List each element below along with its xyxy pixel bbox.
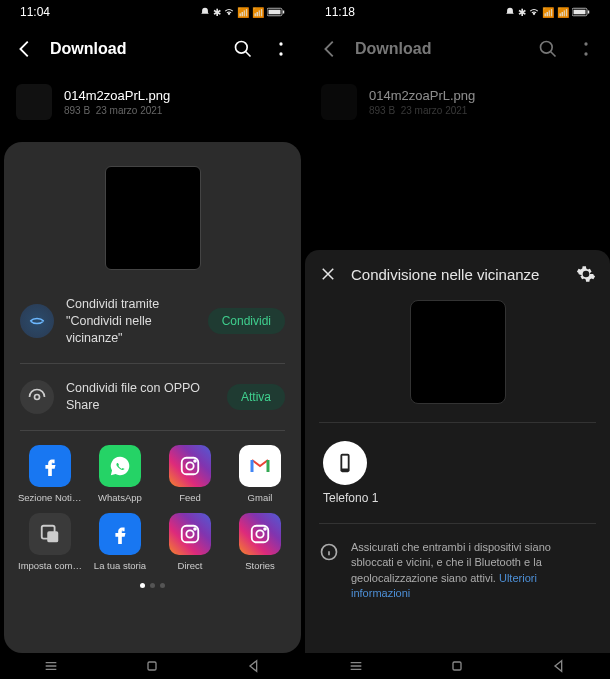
share-app-instagram[interactable]: Feed [158,445,222,503]
svg-point-13 [186,530,193,537]
svg-rect-1 [283,11,285,14]
svg-point-3 [236,42,248,54]
battery-icon [572,7,590,17]
nearby-sheet: Condivisione nelle vicinanze Telefono 1 … [305,250,610,653]
svg-point-4 [279,42,282,45]
svg-point-14 [194,528,196,530]
oppo-share-label: Condividi file con OPPO Share [66,380,215,414]
svg-point-16 [256,530,263,537]
share-app-instagram-direct[interactable]: Direct [158,513,222,571]
oppo-share-button[interactable]: Attiva [227,384,285,410]
nav-home-icon[interactable] [144,658,160,674]
search-icon[interactable] [233,39,253,59]
nav-home-icon[interactable] [449,658,465,674]
device-name: Telefono 1 [323,491,378,505]
page-title: Download [50,40,215,58]
share-app-whatsapp[interactable]: WhatsApp [88,445,152,503]
status-icons: ✱ 📶📶 [505,7,590,18]
close-icon[interactable] [319,265,337,283]
svg-point-24 [584,52,587,55]
svg-point-6 [35,394,40,399]
svg-point-22 [541,42,553,54]
search-icon[interactable] [538,39,558,59]
more-icon[interactable] [576,39,596,59]
clock: 11:18 [325,5,355,19]
nearby-share-button[interactable]: Condividi [208,308,285,334]
status-icons: ✱ 📶📶 [200,7,285,18]
status-bar: 11:04 ✱ 📶📶 [0,0,305,24]
info-text: Assicurati che entrambi i dispositivi si… [351,540,596,602]
svg-rect-21 [574,10,586,15]
share-app-facebook[interactable]: Sezione Notizie [18,445,82,503]
file-row[interactable]: 014m2zoaPrL.png 893 B 23 marzo 2021 [0,74,305,130]
nav-bar [305,653,610,679]
wifi-icon [529,7,539,17]
share-app-gmail[interactable]: Gmail [228,445,292,503]
share-app-set-image[interactable]: Imposta come immagine del ... [18,513,82,571]
status-bar: 11:18 ✱ 📶📶 [305,0,610,24]
svg-rect-28 [453,662,461,670]
svg-point-5 [279,52,282,55]
phone-left: 11:04 ✱ 📶📶 Download 014m2zoaPrL.png 893 … [0,0,305,679]
file-meta: 893 B 23 marzo 2021 [369,105,475,116]
svg-point-17 [264,528,266,530]
info-row: Assicurati che entrambi i dispositivi si… [305,528,610,618]
file-thumbnail [16,84,52,120]
file-meta: 893 B 23 marzo 2021 [64,105,170,116]
svg-point-9 [194,460,196,462]
nav-recents-icon[interactable] [43,658,59,674]
nearby-device[interactable]: Telefono 1 [305,427,610,519]
file-row[interactable]: 014m2zoaPrL.png 893 B 23 marzo 2021 [305,74,610,130]
more-icon[interactable] [271,39,291,59]
svg-rect-26 [342,456,348,469]
nearby-share-row[interactable]: Condividi tramite"Condividi nelle vicina… [4,284,301,359]
divider [319,523,596,524]
file-name: 014m2zoaPrL.png [369,88,475,103]
nearby-share-label: Condividi tramite"Condividi nelle vicina… [66,296,196,347]
share-app-grid: Sezione Notizie WhatsApp Feed Gmail Impo… [4,435,301,575]
wifi-icon [224,7,234,17]
dnd-icon [200,7,210,17]
nav-recents-icon[interactable] [348,658,364,674]
nav-back-icon[interactable] [551,658,567,674]
nearby-sheet-title: Condivisione nelle vicinanze [351,266,562,283]
phone-right: 11:18 ✱ 📶📶 Download 014m2zoaPrL.png 893 … [305,0,610,679]
svg-rect-11 [47,531,58,542]
svg-point-23 [584,42,587,45]
battery-icon [267,7,285,17]
back-icon[interactable] [14,38,36,60]
nearby-sheet-header: Condivisione nelle vicinanze [305,250,610,294]
image-preview [105,166,201,270]
divider [20,430,285,431]
nav-bar [0,653,305,679]
divider [20,363,285,364]
oppo-share-icon [20,380,54,414]
page-indicator [4,583,301,588]
svg-rect-18 [148,662,156,670]
back-icon[interactable] [319,38,341,60]
divider [319,422,596,423]
dnd-icon [505,7,515,17]
svg-rect-20 [588,11,590,14]
image-preview [410,300,506,404]
svg-point-8 [186,462,193,469]
file-name: 014m2zoaPrL.png [64,88,170,103]
clock: 11:04 [20,5,50,19]
phone-icon [323,441,367,485]
nearby-share-icon [20,304,54,338]
share-app-facebook-story[interactable]: La tua storia [88,513,152,571]
share-app-instagram-stories[interactable]: Stories [228,513,292,571]
file-thumbnail [321,84,357,120]
oppo-share-row[interactable]: Condividi file con OPPO Share Attiva [4,368,301,426]
gear-icon[interactable] [576,264,596,284]
app-bar: Download [305,24,610,74]
share-sheet: Condividi tramite"Condividi nelle vicina… [4,142,301,653]
info-icon [319,542,339,562]
app-bar: Download [0,24,305,74]
nav-back-icon[interactable] [246,658,262,674]
page-title: Download [355,40,520,58]
svg-rect-2 [269,10,281,15]
